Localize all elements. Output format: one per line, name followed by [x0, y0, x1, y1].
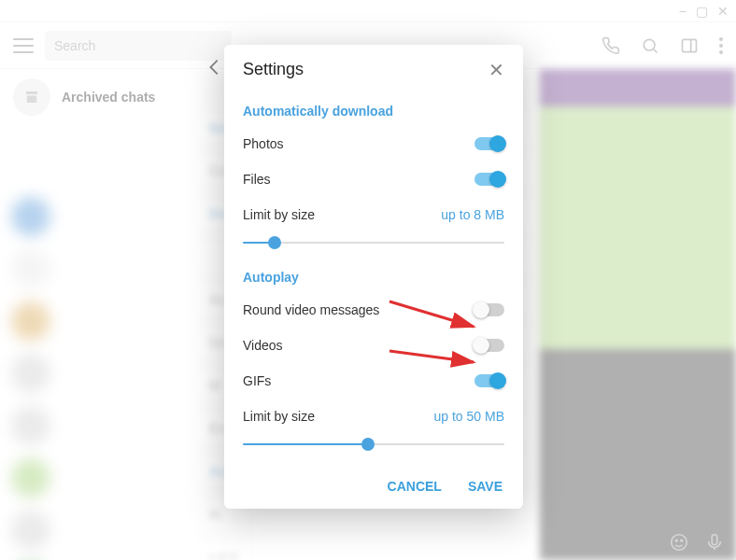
modal-title: Settings [243, 60, 304, 79]
slider-autoplay-limit[interactable] [243, 436, 504, 453]
row-limit-autoplay: Limit by size up to 50 MB [243, 399, 504, 434]
close-icon[interactable]: ✕ [488, 61, 504, 79]
settings-modal: Settings ✕ Automatically download Photos… [224, 45, 523, 509]
value-limit-autoplay: up to 50 MB [434, 409, 505, 424]
toggle-gifs[interactable] [474, 374, 504, 387]
row-photos: Photos [243, 126, 504, 161]
toggle-round-video[interactable] [474, 303, 504, 316]
toggle-videos[interactable] [474, 339, 504, 352]
row-videos: Videos [243, 328, 504, 363]
section-auto-download: Automatically download [243, 94, 504, 126]
label-gifs: GIFs [243, 373, 271, 388]
value-limit-download: up to 8 MB [441, 207, 504, 222]
row-files: Files [243, 161, 504, 197]
row-gifs: GIFs [243, 363, 504, 399]
save-button[interactable]: SAVE [468, 479, 502, 494]
label-round-video: Round video messages [243, 302, 379, 317]
row-limit-download: Limit by size up to 8 MB [243, 197, 504, 232]
settings-modal-container: Settings ✕ Automatically download Photos… [196, 45, 542, 90]
row-round-video: Round video messages [243, 292, 504, 328]
label-files: Files [243, 172, 271, 187]
toggle-photos[interactable] [474, 137, 504, 150]
toggle-files[interactable] [474, 173, 504, 186]
label-limit-size-2: Limit by size [243, 409, 315, 424]
cancel-button[interactable]: CANCEL [388, 479, 442, 494]
section-autoplay: Autoplay [243, 260, 504, 292]
label-photos: Photos [243, 136, 284, 151]
slider-download-limit[interactable] [243, 234, 504, 251]
label-limit-size: Limit by size [243, 207, 315, 222]
label-videos: Videos [243, 338, 283, 353]
